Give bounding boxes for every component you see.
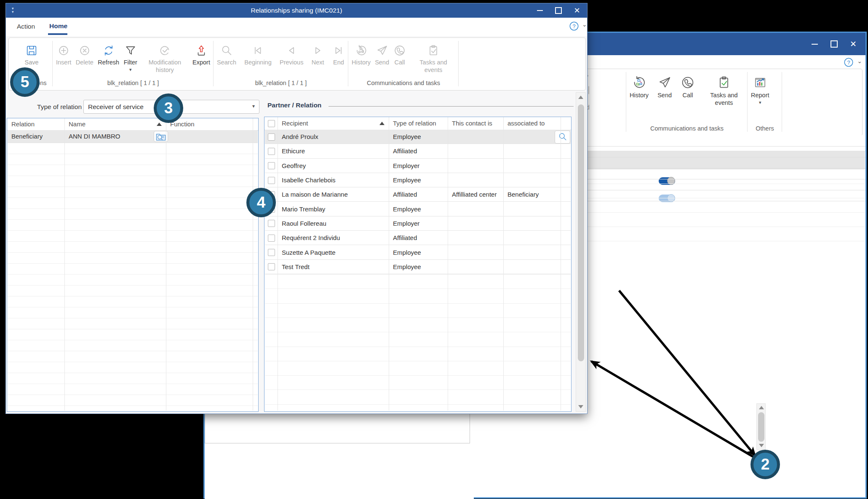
ribbon-button-history[interactable]: History bbox=[628, 74, 651, 99]
table-row[interactable]: EthicureAffiliated bbox=[265, 144, 571, 158]
table-row[interactable]: Mario TremblayEmployee bbox=[265, 202, 571, 216]
grid-line bbox=[8, 263, 258, 264]
chevron-down-icon: ▾ bbox=[129, 67, 132, 72]
column-header-relation[interactable]: Relation bbox=[11, 120, 58, 128]
column-header-name[interactable]: Name bbox=[69, 120, 159, 128]
table-row[interactable]: BeneficiaryANN DI MAMBRO bbox=[8, 130, 258, 143]
chevron-down-icon: ▾ bbox=[759, 100, 761, 105]
row-checkbox[interactable] bbox=[268, 263, 275, 270]
callout-badge-4: 4 bbox=[246, 188, 276, 217]
grid-line bbox=[8, 285, 258, 286]
ribbon-button-export[interactable]: Export bbox=[190, 43, 212, 67]
group-separator bbox=[458, 41, 459, 86]
ribbon-group-label: blk_relation [ 1 / 1 ] bbox=[54, 80, 212, 86]
ribbon-button-end: End bbox=[330, 43, 347, 67]
grid-line bbox=[265, 404, 571, 405]
table-row[interactable]: La maison de MarianneAffiliatedAffilliat… bbox=[265, 187, 571, 202]
row-checkbox[interactable] bbox=[268, 220, 275, 227]
table-row[interactable]: Suzette A PaquetteEmployee bbox=[265, 245, 571, 259]
ribbon-button-label: Export bbox=[192, 59, 210, 67]
scroll-up-icon[interactable] bbox=[759, 406, 764, 409]
ribbon-group-buttons: Save bbox=[12, 40, 51, 67]
ribbon-group-buttons: HistorySendCallTasks and events bbox=[628, 71, 746, 107]
ribbon-button-report[interactable]: Report▾ bbox=[749, 74, 772, 105]
table-row[interactable]: Test TredtEmployee bbox=[265, 260, 571, 274]
chevron-down-icon[interactable]: ⌄ bbox=[582, 21, 587, 28]
chevron-down-icon[interactable]: ⌄ bbox=[857, 58, 862, 64]
table-cell: Employee bbox=[393, 249, 446, 256]
grid-line bbox=[265, 332, 571, 332]
maximize-button[interactable] bbox=[824, 33, 844, 55]
column-header-recipient[interactable]: Recipient bbox=[282, 120, 382, 127]
ribbon-button-refresh[interactable]: Refresh bbox=[96, 43, 121, 67]
scroll-down-icon[interactable] bbox=[759, 444, 764, 447]
column-header-this-contact-is[interactable]: This contact is bbox=[452, 120, 497, 127]
grid-line bbox=[8, 395, 258, 395]
row-checkbox[interactable] bbox=[268, 162, 275, 169]
row-checkbox[interactable] bbox=[268, 177, 275, 184]
scrollbar-thumb[interactable] bbox=[578, 104, 584, 361]
column-header-associated-to[interactable]: associated to bbox=[507, 120, 554, 127]
dialog-ribbon: SaveOperationsInsertDeleteRefreshFilter▾… bbox=[8, 37, 585, 90]
table-row[interactable]: Requérent 2 IndividuAffiliated bbox=[265, 231, 571, 245]
menu-tab-home[interactable]: Home bbox=[49, 22, 67, 30]
table-cell: Beneficiary bbox=[11, 133, 63, 140]
scroll-up-icon[interactable] bbox=[578, 96, 583, 99]
grid-line bbox=[265, 361, 571, 361]
chevron-down-icon: ▾ bbox=[252, 103, 255, 109]
ribbon-button-tasks-and-events[interactable]: Tasks and events bbox=[702, 74, 746, 107]
minimize-button[interactable] bbox=[531, 3, 549, 18]
table-cell: Ethicure bbox=[282, 147, 387, 155]
row-checkbox[interactable] bbox=[268, 133, 275, 141]
ribbon-group-buttons: SearchBeginningPreviousNextEnd bbox=[215, 40, 347, 67]
table-cell: Test Tredt bbox=[282, 263, 387, 270]
table-cell: Mario Tremblay bbox=[282, 205, 387, 213]
grid-line bbox=[8, 296, 258, 296]
maximize-icon bbox=[831, 40, 838, 48]
maximize-button[interactable] bbox=[549, 3, 568, 18]
close-button[interactable]: ✕ bbox=[568, 3, 586, 18]
row-search-button[interactable] bbox=[555, 131, 570, 144]
scroll-down-icon[interactable] bbox=[578, 405, 583, 408]
ribbon-button-label: Modification history bbox=[142, 59, 188, 74]
ribbon-button-tasks-and-events: Tasks and events bbox=[408, 43, 459, 74]
grid-line bbox=[8, 351, 258, 351]
row-checkbox[interactable] bbox=[268, 249, 275, 256]
dialog-scrollbar[interactable] bbox=[576, 92, 586, 412]
column-header-type-of-relation[interactable]: Type of relation bbox=[393, 120, 441, 127]
callout-badge-2: 2 bbox=[750, 450, 780, 479]
ribbon-button-save[interactable]: Save bbox=[22, 43, 40, 67]
svg-text:?: ? bbox=[847, 59, 850, 66]
close-icon: ✕ bbox=[574, 6, 580, 15]
row-checkbox[interactable] bbox=[268, 148, 275, 155]
table-row[interactable]: Raoul FollereauEmployer bbox=[265, 216, 571, 231]
grid-line bbox=[8, 208, 258, 209]
column-header-function[interactable]: Function bbox=[170, 120, 246, 128]
ribbon-group: HistorySendCallTasks and eventsCommunica… bbox=[350, 40, 457, 87]
call-icon bbox=[681, 75, 695, 90]
table-cell: Employee bbox=[393, 205, 446, 213]
help-icon[interactable]: ? bbox=[569, 21, 579, 31]
beginning-icon bbox=[251, 44, 264, 57]
ribbon-button-call[interactable]: Call bbox=[678, 74, 697, 99]
help-icon[interactable]: ? bbox=[844, 57, 854, 67]
header-checkbox[interactable] bbox=[268, 120, 275, 127]
row-checkbox[interactable] bbox=[268, 235, 275, 242]
search-icon bbox=[220, 44, 233, 57]
table-row[interactable]: Isabelle CharleboisEmployee bbox=[265, 173, 571, 187]
menu-tab-action[interactable]: Action bbox=[17, 23, 35, 30]
grid-line bbox=[8, 176, 258, 176]
ribbon-button-delete: Delete bbox=[74, 43, 96, 67]
table-cell: Raoul Follereau bbox=[282, 220, 387, 227]
scrollbar-thumb[interactable] bbox=[758, 412, 764, 442]
grid-line bbox=[265, 375, 571, 376]
close-button[interactable]: ✕ bbox=[844, 33, 863, 55]
type-of-relation-value: Receiver of service bbox=[88, 100, 144, 113]
ribbon-button-send[interactable]: Send bbox=[655, 74, 674, 99]
table-row[interactable]: GeoffreyEmployer bbox=[265, 159, 571, 173]
ribbon-button-filter[interactable]: Filter▾ bbox=[122, 43, 139, 72]
minimize-button[interactable] bbox=[805, 33, 824, 55]
grid-scrollbar[interactable] bbox=[756, 403, 766, 450]
table-row[interactable]: André ProulxEmployee bbox=[265, 130, 571, 144]
column-line bbox=[253, 118, 253, 411]
